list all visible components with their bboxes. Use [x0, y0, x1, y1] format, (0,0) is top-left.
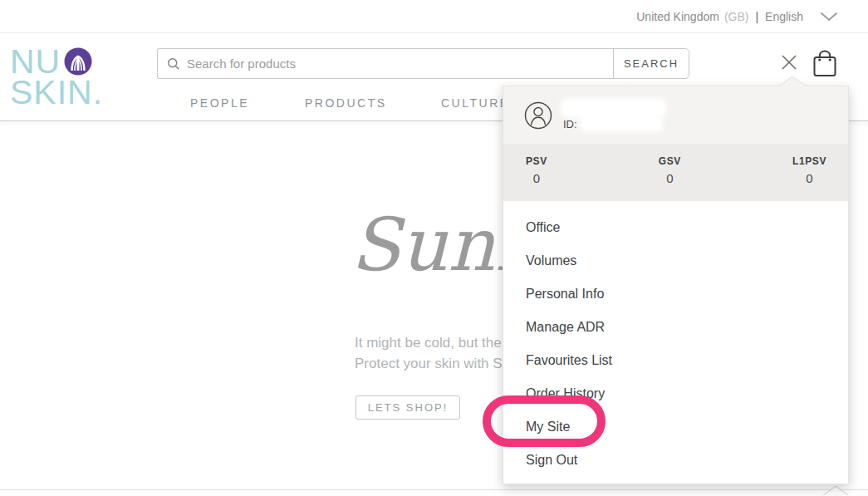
- locale-divider: |: [755, 10, 758, 23]
- nav-item-people[interactable]: PEOPLE: [190, 96, 249, 110]
- redacted-user-id: [582, 118, 660, 130]
- stat-psv: PSV 0: [526, 155, 547, 201]
- menu-item-sign-out[interactable]: Sign Out: [503, 444, 848, 477]
- chevron-down-icon[interactable]: [820, 12, 838, 22]
- search-bar: SEARCH: [157, 48, 689, 79]
- stat-psv-label: PSV: [526, 155, 547, 167]
- account-dropdown: ID: PSV 0 GSV 0 L1PSV 0 Office Volumes P…: [503, 86, 849, 484]
- search-button[interactable]: SEARCH: [613, 49, 689, 78]
- menu-item-personal-info[interactable]: Personal Info: [503, 277, 848, 311]
- stat-gsv: GSV 0: [659, 155, 681, 201]
- hero-copy: It might be cold, but the Protect your s…: [355, 332, 503, 374]
- fountain-circle-icon: [64, 47, 92, 76]
- locale-selector[interactable]: United Kingdom (GB) | English: [636, 10, 838, 23]
- stat-l1psv-label: L1PSV: [792, 155, 826, 167]
- locale-region-code: (GB): [724, 10, 749, 23]
- locale-region: United Kingdom: [636, 10, 719, 23]
- volume-stats: PSV 0 GSV 0 L1PSV 0: [503, 144, 848, 201]
- dropdown-caret-icon: [777, 76, 807, 87]
- search-field[interactable]: [158, 49, 613, 78]
- close-icon[interactable]: [781, 54, 797, 71]
- menu-item-favourites-list[interactable]: Favourites List: [503, 344, 848, 377]
- search-input[interactable]: [187, 56, 613, 71]
- hero-copy-line2: Protect your skin with S: [355, 353, 503, 374]
- logo-line2: SKIN.: [10, 73, 103, 111]
- account-header: ID:: [503, 86, 848, 144]
- top-bar: United Kingdom (GB) | English: [0, 0, 868, 33]
- nuskin-logo[interactable]: NU SKIN.: [10, 45, 93, 110]
- account-identity: ID:: [563, 101, 664, 130]
- menu-item-office[interactable]: Office: [503, 211, 848, 244]
- section-divider: [0, 489, 868, 490]
- stat-gsv-label: GSV: [659, 155, 681, 167]
- stat-gsv-value: 0: [659, 171, 681, 185]
- shopping-bag-icon[interactable]: [811, 47, 839, 77]
- stat-l1psv: L1PSV 0: [792, 155, 826, 201]
- menu-item-my-site[interactable]: My Site: [503, 410, 848, 444]
- nav-item-culture[interactable]: CULTURE: [441, 96, 510, 110]
- page: United Kingdom (GB) | English NU: [0, 0, 868, 496]
- menu-item-manage-adr[interactable]: Manage ADR: [503, 311, 848, 344]
- locale-language: English: [765, 10, 803, 23]
- id-label: ID:: [563, 118, 577, 130]
- menu-item-order-history[interactable]: Order History: [503, 377, 848, 410]
- search-icon: [167, 57, 180, 71]
- stat-l1psv-value: 0: [792, 171, 826, 185]
- hero-copy-line1: It might be cold, but the: [355, 332, 503, 353]
- account-menu: Office Volumes Personal Info Manage ADR …: [503, 201, 848, 477]
- redacted-user-name: [563, 101, 664, 115]
- stat-psv-value: 0: [526, 171, 547, 185]
- lets-shop-button[interactable]: LETS SHOP!: [356, 395, 460, 420]
- menu-item-volumes[interactable]: Volumes: [503, 244, 848, 277]
- nav-item-products[interactable]: PRODUCTS: [305, 96, 387, 110]
- section-caret-icon: [822, 485, 849, 496]
- avatar-icon: [524, 101, 552, 130]
